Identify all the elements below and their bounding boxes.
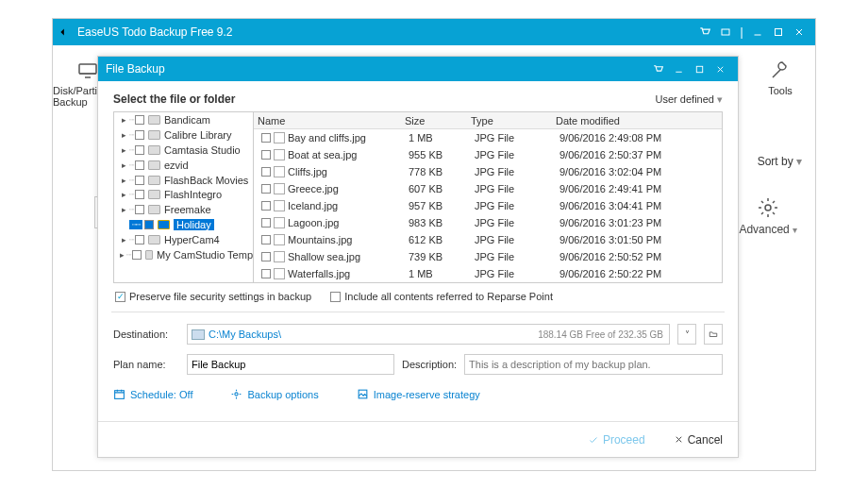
preserve-security-checkbox[interactable]: ✓Preserve file security settings in back…: [115, 291, 311, 302]
tree-item[interactable]: ▸┈HyperCam4: [114, 232, 253, 247]
tree-item-label: Calibre Library: [164, 129, 232, 141]
dialog-cart-icon[interactable]: [647, 59, 668, 79]
tree-checkbox[interactable]: [135, 130, 144, 140]
folder-icon: [148, 130, 160, 140]
tree-checkbox[interactable]: [135, 176, 144, 185]
svg-rect-8: [359, 390, 367, 398]
tools-button[interactable]: Tools: [745, 59, 815, 134]
expand-icon[interactable]: ▸: [120, 235, 127, 244]
tree-dots: ┈: [129, 160, 133, 170]
tree-item[interactable]: ▸┈Freemake: [114, 202, 253, 217]
file-row[interactable]: Shallow sea.jpg739 KBJPG File9/06/2016 2…: [254, 248, 722, 265]
file-row[interactable]: Boat at sea.jpg955 KBJPG File9/06/2016 2…: [254, 146, 722, 163]
file-checkbox[interactable]: [261, 235, 271, 244]
description-input[interactable]: [464, 354, 723, 375]
tree-item[interactable]: ▸┈FlashIntegro: [114, 187, 253, 202]
file-row[interactable]: Waterfalls.jpg1 MBJPG File9/06/2016 2:50…: [254, 265, 722, 282]
file-checkbox[interactable]: [261, 184, 271, 194]
image-reserve-link[interactable]: Image-reserve strategy: [357, 388, 480, 400]
tree-checkbox[interactable]: [135, 235, 144, 244]
file-type: JPG File: [475, 268, 559, 279]
file-checkbox[interactable]: [261, 201, 271, 211]
file-backup-dialog: File Backup Select the file or folder Us…: [97, 56, 739, 458]
tree-item[interactable]: ▸┈FlashBack Movies: [114, 173, 253, 188]
file-name: Waterfalls.jpg: [288, 268, 350, 279]
advanced-button[interactable]: Advanced: [730, 196, 806, 236]
file-size: 955 KB: [409, 149, 475, 160]
file-checkbox[interactable]: [261, 167, 271, 177]
plan-name-input[interactable]: [187, 354, 394, 375]
expand-icon[interactable]: ▸: [120, 190, 127, 199]
tree-item[interactable]: ▸┈ezvid: [114, 158, 253, 173]
dialog-maximize-button[interactable]: [689, 59, 709, 79]
expand-icon[interactable]: ▸: [120, 115, 127, 125]
file-checkbox[interactable]: [261, 269, 271, 278]
expand-icon[interactable]: ▸: [120, 160, 127, 170]
file-type: JPG File: [475, 251, 559, 262]
dialog-close-button[interactable]: [709, 59, 730, 79]
destination-browse-button[interactable]: [704, 324, 723, 345]
tree-item[interactable]: ▸┈My CamStudio Temp: [114, 247, 253, 262]
tree-checkbox[interactable]: [135, 160, 144, 170]
column-type[interactable]: Type: [471, 115, 556, 126]
tree-item[interactable]: ▸┈Calibre Library: [114, 127, 253, 143]
folder-tree[interactable]: ▸┈Bandicam▸┈Calibre Library▸┈Camtasia St…: [114, 112, 254, 282]
file-row[interactable]: Iceland.jpg957 KBJPG File9/06/2016 3:04:…: [254, 197, 722, 214]
tree-checkbox[interactable]: [135, 145, 144, 155]
tree-item[interactable]: ▸┈Bandicam: [114, 112, 253, 127]
file-row[interactable]: Mountains.jpg612 KBJPG File9/06/2016 3:0…: [254, 231, 722, 248]
expand-icon[interactable]: ▸: [120, 176, 127, 185]
close-button[interactable]: [789, 22, 810, 42]
folder-icon: [148, 205, 160, 214]
tree-item[interactable]: ┈┈Holiday: [114, 217, 253, 232]
tree-checkbox[interactable]: [144, 220, 154, 229]
minimize-button[interactable]: [747, 22, 768, 42]
proceed-button[interactable]: Proceed: [588, 433, 645, 447]
tree-checkbox[interactable]: [135, 115, 144, 125]
column-name[interactable]: Name: [254, 115, 405, 126]
expand-icon[interactable]: ▸: [120, 145, 127, 155]
preserve-security-label: Preserve file security settings in backu…: [129, 291, 311, 302]
app-title: EaseUS Todo Backup Free 9.2: [77, 25, 233, 39]
column-date[interactable]: Date modified: [556, 115, 722, 126]
file-date: 9/06/2016 2:49:41 PM: [559, 183, 722, 194]
destination-field[interactable]: C:\My Backups\ 188.14 GB Free of 232.35 …: [187, 324, 670, 345]
file-checkbox[interactable]: [261, 150, 271, 160]
window-icon[interactable]: [715, 22, 736, 42]
file-row[interactable]: Lagoon.jpg983 KBJPG File9/06/2016 3:01:2…: [254, 214, 722, 231]
reparse-point-checkbox[interactable]: Include all contents referred to Reparse…: [330, 291, 553, 302]
file-checkbox[interactable]: [261, 133, 271, 143]
file-name: Greece.jpg: [288, 183, 339, 194]
user-defined-dropdown[interactable]: User defined: [656, 93, 723, 106]
file-size: 612 KB: [409, 234, 475, 245]
maximize-button[interactable]: [768, 22, 789, 42]
backup-options-link[interactable]: Backup options: [230, 388, 318, 400]
tree-checkbox[interactable]: [135, 190, 144, 199]
tree-checkbox[interactable]: [135, 205, 144, 214]
dialog-minimize-button[interactable]: [668, 59, 689, 79]
column-size[interactable]: Size: [405, 115, 471, 126]
cart-icon[interactable]: [694, 22, 715, 42]
file-checkbox[interactable]: [261, 252, 271, 261]
schedule-link[interactable]: Schedule: Off: [113, 388, 192, 400]
tree-checkbox[interactable]: [132, 250, 142, 260]
expand-icon[interactable]: ▸: [120, 205, 127, 214]
tree-item[interactable]: ▸┈Camtasia Studio: [114, 143, 253, 158]
destination-history-button[interactable]: ˅: [677, 324, 696, 345]
tree-item-label: ezvid: [164, 160, 189, 171]
sort-by-dropdown[interactable]: Sort by: [758, 155, 802, 168]
file-name: Boat at sea.jpg: [288, 149, 357, 160]
cancel-button[interactable]: Cancel: [674, 433, 723, 447]
svg-rect-5: [696, 66, 702, 72]
file-row[interactable]: Bay and cliffs.jpg1 MBJPG File9/06/2016 …: [254, 129, 722, 146]
expand-icon[interactable]: ▸: [120, 250, 125, 260]
file-checkbox[interactable]: [261, 218, 271, 228]
file-list[interactable]: Name Size Type Date modified Bay and cli…: [254, 112, 722, 282]
expand-icon[interactable]: ▸: [120, 130, 127, 140]
tree-item-label: Freemake: [164, 204, 211, 215]
file-row[interactable]: Cliffs.jpg778 KBJPG File9/06/2016 3:02:0…: [254, 163, 722, 180]
file-row[interactable]: Greece.jpg607 KBJPG File9/06/2016 2:49:4…: [254, 180, 722, 197]
schedule-link-label: Schedule: Off: [130, 389, 192, 400]
tree-dots: ┈: [129, 176, 133, 185]
dialog-title: File Backup: [106, 62, 165, 76]
